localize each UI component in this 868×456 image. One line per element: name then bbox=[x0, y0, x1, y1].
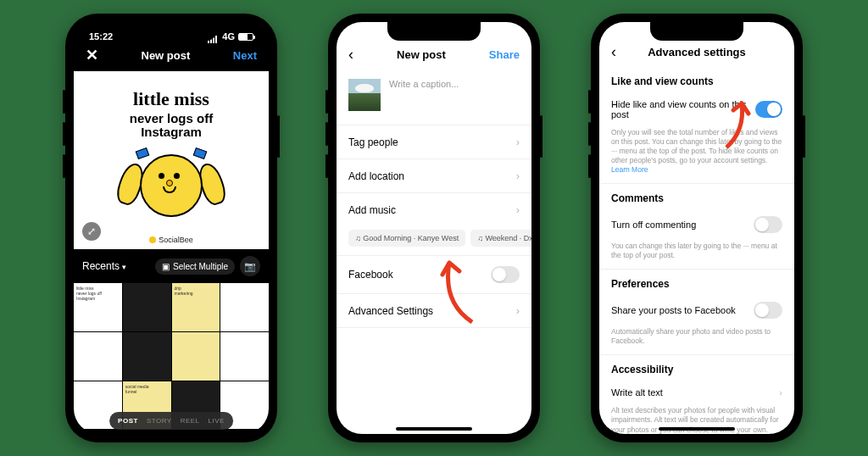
row-add-location[interactable]: Add location › bbox=[337, 159, 531, 193]
album-selector-bar: Recents▾ ▣Select Multiple 📷 bbox=[74, 249, 269, 283]
share-button[interactable]: Share bbox=[489, 48, 520, 61]
chevron-down-icon: ▾ bbox=[122, 263, 126, 271]
row-label: Tag people bbox=[348, 136, 398, 148]
row-label: Add location bbox=[348, 170, 404, 182]
row-advanced-settings[interactable]: Advanced Settings › bbox=[337, 294, 531, 328]
mode-reel[interactable]: REEL bbox=[181, 417, 200, 425]
row-turn-off-commenting: Turn off commenting bbox=[599, 209, 794, 240]
music-chip[interactable]: ♫ Weekend · Dxvn. bbox=[470, 230, 531, 247]
hide-likes-helper: Only you will see the total number of li… bbox=[599, 126, 794, 184]
hide-likes-toggle[interactable] bbox=[755, 101, 782, 118]
screen-advanced: ‹ Advanced settings Like and view counts… bbox=[599, 22, 794, 434]
home-indicator bbox=[659, 427, 735, 431]
status-time: 15:22 bbox=[89, 31, 113, 42]
commenting-toggle[interactable] bbox=[754, 216, 782, 233]
nav-title: New post bbox=[397, 48, 446, 61]
row-facebook: Facebook bbox=[337, 256, 531, 294]
grid-thumb[interactable]: little missnever logs offInstagram bbox=[74, 283, 122, 331]
row-hide-likes: Hide like and view counts on this post bbox=[599, 92, 794, 126]
nav-bar: ✕ New post Next bbox=[74, 39, 269, 71]
next-button[interactable]: Next bbox=[233, 49, 257, 62]
post-thumbnail[interactable] bbox=[348, 79, 381, 111]
screen-compose: ‹ New post Share Write a caption... Tag … bbox=[337, 22, 531, 434]
nav-title: New post bbox=[142, 49, 191, 62]
share-facebook-toggle[interactable] bbox=[754, 302, 782, 319]
row-alt-text[interactable]: Write alt text › bbox=[599, 381, 794, 404]
chevron-right-icon: › bbox=[516, 170, 520, 182]
phone-new-post-compose: ‹ New post Share Write a caption... Tag … bbox=[328, 14, 540, 442]
grid-thumb[interactable] bbox=[123, 332, 171, 381]
phone-notch bbox=[125, 22, 218, 41]
battery-icon bbox=[238, 33, 253, 41]
section-accessibility-header: Accessibility bbox=[599, 355, 794, 381]
mode-story[interactable]: STORY bbox=[147, 417, 172, 425]
photo-grid: little missnever logs offInstagram dripm… bbox=[74, 283, 269, 429]
nav-title: Advanced settings bbox=[648, 46, 746, 58]
row-label: Write alt text bbox=[611, 387, 663, 398]
grid-thumb[interactable] bbox=[220, 332, 269, 381]
grid-thumb[interactable] bbox=[123, 283, 171, 331]
section-comments-header: Comments bbox=[599, 184, 794, 209]
chevron-right-icon: › bbox=[516, 304, 520, 317]
grid-thumb[interactable] bbox=[74, 332, 122, 381]
album-selector[interactable]: Recents▾ bbox=[82, 260, 126, 272]
camera-button[interactable]: 📷 bbox=[240, 256, 260, 276]
meme-title: little miss bbox=[133, 88, 209, 110]
music-suggestions: ♫ Good Morning · Kanye West ♫ Weekend · … bbox=[337, 226, 531, 256]
chevron-right-icon: › bbox=[779, 387, 782, 398]
row-share-facebook: Share your posts to Facebook bbox=[599, 295, 794, 325]
network-label: 4G bbox=[222, 31, 235, 42]
music-chip[interactable]: ♫ Good Morning · Kanye West bbox=[348, 230, 465, 247]
row-label: Add music bbox=[348, 204, 396, 216]
grid-thumb[interactable]: dripmarketing bbox=[172, 283, 220, 331]
phone-notch bbox=[387, 22, 481, 41]
row-label: Share your posts to Facebook bbox=[611, 305, 736, 315]
caption-area: Write a caption... bbox=[337, 70, 531, 125]
screen-picker: 15:22 4G ✕ New post Next little miss nev… bbox=[74, 22, 269, 434]
meme-subtitle: never logs offInstagram bbox=[130, 112, 213, 139]
phone-notch bbox=[650, 22, 743, 41]
row-add-music[interactable]: Add music › bbox=[337, 193, 531, 226]
stack-icon: ▣ bbox=[162, 262, 170, 271]
meme-character bbox=[125, 144, 218, 237]
close-icon[interactable]: ✕ bbox=[86, 46, 98, 64]
row-label: Facebook bbox=[348, 269, 393, 281]
mode-post[interactable]: POST bbox=[118, 417, 138, 425]
learn-more-link[interactable]: Learn More bbox=[611, 165, 648, 174]
row-label: Hide like and view counts on this post bbox=[611, 99, 755, 120]
grid-thumb[interactable] bbox=[172, 332, 220, 381]
home-indicator bbox=[396, 427, 472, 431]
mode-live[interactable]: LIVE bbox=[209, 417, 225, 425]
facebook-toggle[interactable] bbox=[491, 266, 520, 283]
selected-image-preview[interactable]: little miss never logs offInstagram Soci… bbox=[74, 71, 269, 249]
share-facebook-helper: Automatically share your photo and video… bbox=[599, 325, 794, 355]
row-tag-people[interactable]: Tag people › bbox=[337, 125, 531, 159]
back-icon[interactable]: ‹ bbox=[611, 43, 616, 61]
row-label: Advanced Settings bbox=[348, 305, 433, 317]
chevron-right-icon: › bbox=[516, 203, 520, 216]
section-preferences-header: Preferences bbox=[599, 270, 794, 295]
phone-new-post-picker: 15:22 4G ✕ New post Next little miss nev… bbox=[65, 14, 277, 442]
grid-thumb[interactable] bbox=[220, 283, 269, 331]
camera-icon: 📷 bbox=[244, 261, 256, 272]
chevron-right-icon: › bbox=[516, 136, 520, 148]
section-likes-header: Like and view counts bbox=[599, 67, 794, 92]
phone-advanced-settings: ‹ Advanced settings Like and view counts… bbox=[591, 14, 803, 442]
post-mode-selector[interactable]: POST STORY REEL LIVE bbox=[109, 412, 233, 430]
row-label: Turn off commenting bbox=[611, 220, 696, 230]
back-icon[interactable]: ‹ bbox=[348, 46, 353, 64]
select-multiple-button[interactable]: ▣Select Multiple bbox=[155, 259, 235, 275]
commenting-helper: You can change this later by going to th… bbox=[599, 240, 794, 270]
caption-input[interactable]: Write a caption... bbox=[389, 79, 459, 89]
expand-icon[interactable]: ⤢ bbox=[82, 222, 101, 241]
